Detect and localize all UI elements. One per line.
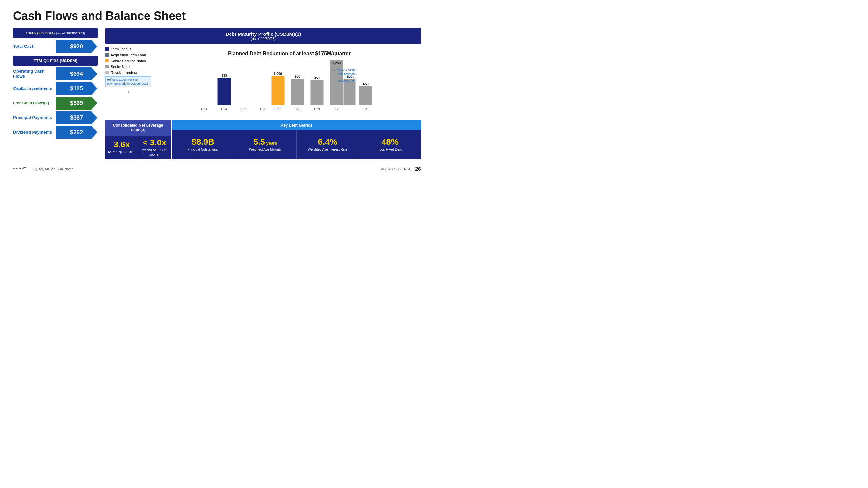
svg-text:C23: C23 [201, 107, 207, 111]
legend-label-senior-notes: Senior Notes [111, 65, 131, 69]
svg-text:3,259: 3,259 [333, 62, 341, 65]
leverage-label-1: As of Sep 30, 2023 [108, 150, 135, 154]
debt-header: Debt Maturity Profile (USD$M)(1) (as of … [105, 28, 421, 44]
svg-text:C27: C27 [275, 107, 281, 111]
leverage-big-2: < 3.0x [143, 138, 166, 147]
annotation-arrow-c24: ↓ [105, 89, 151, 94]
metric-interest: 6.4% Weighted Ave Interest Rate [297, 130, 359, 159]
metric-fixed: 48% Total Fixed Debt [359, 130, 421, 159]
right-panel: Debt Maturity Profile (USD$M)(1) (as of … [105, 28, 421, 159]
metric-maturity: 5.5 years Weighted Ave Maturity [235, 130, 297, 159]
svg-text:debt payment: debt payment [338, 72, 355, 75]
legend-label-revolver: Revolver undrawn [111, 71, 140, 74]
operating-cf-label: Operating Cash Flows [13, 69, 55, 79]
metric-principal-label: Principal Outstanding [188, 148, 218, 152]
capex-value: $125 [55, 82, 98, 95]
svg-text:850: 850 [314, 76, 320, 80]
legend-acq-term-loan: Acquisition Term Loan [105, 53, 151, 57]
svg-text:← Reflects $75M: ← Reflects $75M [333, 69, 355, 72]
operating-cf-row: Operating Cash Flows $694 [13, 67, 98, 80]
svg-rect-7 [218, 78, 231, 105]
metric-interest-value: 6.4% [318, 138, 337, 146]
total-cash-label: Total Cash [13, 44, 55, 49]
legend-term-loan-b: Term Loan B [105, 47, 151, 51]
metric-principal: $8.9B Principal Outstanding [172, 130, 235, 159]
svg-rect-12 [272, 76, 284, 105]
page-number: 26 [415, 166, 421, 172]
legend-dot-term-loan-b [105, 47, 109, 51]
ttm-header: TTM Q1 F'24 (USD$M) [13, 56, 98, 66]
operating-cf-value: $694 [55, 67, 98, 80]
bottom-section: Consolidated Net Leverage Ratio(3) 3.6x … [105, 120, 421, 159]
leverage-label-2: by end of F'25 or sooner [140, 148, 169, 157]
legend-label-acq-term-loan: Acquisition Term Loan [111, 53, 146, 57]
cash-header: Cash (USD$M) (as of 09/30/2023) [13, 28, 98, 38]
legend-dot-senior-secured [105, 59, 109, 62]
bar-chart-svg: C23 933 C24 C25 C26 1,000 C27 900 [158, 60, 421, 115]
opentext-logo: opentext™ [13, 165, 27, 173]
page-title: Cash Flows and Balance Sheet [0, 0, 434, 28]
svg-rect-26 [360, 86, 372, 105]
capex-label: CapEx Investments [13, 86, 55, 91]
metric-fixed-value: 48% [381, 138, 399, 146]
leverage-values: 3.6x As of Sep 30, 2023 < 3.0x by end of… [105, 136, 170, 159]
legend-label-senior-secured: Senior Secured Notes [111, 59, 146, 63]
legend-dot-acq-term-loan [105, 53, 109, 57]
legend-revolver: Revolver undrawn [105, 71, 151, 74]
principal-value: $387 [55, 111, 98, 124]
svg-rect-15 [291, 79, 304, 105]
footer-note: (1), (2), (3) See Slide Notes [33, 167, 73, 171]
leverage-box: Consolidated Net Leverage Ratio(3) 3.6x … [105, 120, 170, 159]
debt-title: Debt Maturity Profile (USD$M)(1) [109, 31, 418, 37]
footer-copyright: © 2023 Open Text [381, 167, 410, 171]
legend-area: Term Loan B Acquisition Term Loan Senior… [105, 47, 151, 117]
metric-maturity-label: Weighted Ave Maturity [249, 148, 282, 152]
key-metrics-box: Key Debt Metrics $8.9B Principal Outstan… [172, 120, 421, 159]
dividend-row: Dividend Payments $262 [13, 126, 98, 139]
svg-text:900: 900 [294, 75, 300, 78]
footer: opentext™ (1), (2), (3) See Slide Notes … [0, 162, 434, 173]
svg-rect-24 [344, 79, 355, 105]
reduction-text: Planned Debt Reduction of at least $175M… [158, 51, 421, 57]
total-cash-value: $920 [55, 40, 98, 53]
dividend-value: $262 [55, 126, 98, 139]
svg-text:650: 650 [363, 82, 369, 86]
legend-dot-revolver [105, 71, 109, 74]
svg-text:C30: C30 [333, 107, 340, 111]
svg-text:933: 933 [221, 74, 227, 77]
svg-text:made in: made in [345, 76, 355, 79]
free-cf-value: $569 [55, 97, 98, 110]
principal-label: Principal Payments [13, 115, 55, 120]
svg-text:C26: C26 [260, 107, 266, 111]
leverage-val-1: 3.6x As of Sep 30, 2023 [105, 136, 138, 159]
key-metrics-title: Key Debt Metrics [172, 120, 421, 130]
svg-text:C25: C25 [241, 107, 247, 111]
svg-text:C24: C24 [221, 107, 227, 111]
key-metrics-values: $8.9B Principal Outstanding 5.5 years We… [172, 130, 421, 159]
leverage-big-1: 3.6x [113, 140, 130, 149]
metric-principal-value: $8.9B [192, 138, 214, 146]
leverage-title: Consolidated Net Leverage Ratio(3) [105, 120, 170, 136]
free-cf-label: Free Cash Flows(2) [13, 101, 55, 105]
footer-right: © 2023 Open Text 26 [381, 166, 421, 172]
capex-row: CapEx Investments $125 [13, 82, 98, 95]
bar-chart-section: Planned Debt Reduction of at least $175M… [158, 47, 421, 117]
svg-text:C29: C29 [314, 107, 320, 111]
svg-text:October 2023: October 2023 [338, 79, 355, 83]
principal-row: Principal Payments $387 [13, 111, 98, 124]
total-cash-row: Total Cash $920 [13, 40, 98, 53]
leverage-val-2: < 3.0x by end of F'25 or sooner [138, 136, 171, 159]
dividend-label: Dividend Payments [13, 130, 55, 135]
legend-label-term-loan-b: Term Loan B [111, 47, 131, 51]
free-cf-row: Free Cash Flows(2) $569 [13, 97, 98, 110]
legend-senior-secured: Senior Secured Notes [105, 59, 151, 63]
svg-text:C31: C31 [363, 107, 369, 111]
svg-rect-21 [330, 60, 343, 105]
svg-text:1,000: 1,000 [274, 72, 282, 75]
debt-subtitle: (as of 09/30/23) [109, 37, 418, 41]
annotation-c24: Reflects $100M revolver payment made in … [105, 76, 151, 87]
svg-rect-18 [311, 80, 323, 105]
metric-maturity-value: 5.5 years [253, 138, 277, 146]
chart-area: Term Loan B Acquisition Term Loan Senior… [105, 47, 421, 117]
left-panel: Cash (USD$M) (as of 09/30/2023) Total Ca… [13, 28, 98, 159]
